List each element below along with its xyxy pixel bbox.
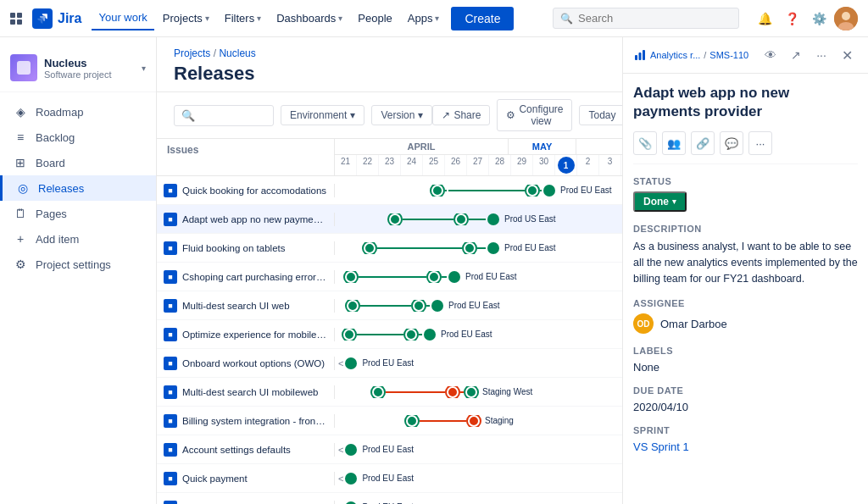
issue-name[interactable]: Cshoping cart purchasing error - quick f… xyxy=(182,272,327,282)
sidebar-item-roadmap[interactable]: ◈ Roadmap xyxy=(0,99,156,125)
add-item-icon: + xyxy=(14,232,27,246)
configure-view-button[interactable]: ⚙ Configure view xyxy=(497,99,572,131)
project-chevron-icon[interactable]: ▾ xyxy=(142,64,146,73)
svg-rect-7 xyxy=(643,50,645,60)
may-label: MAY xyxy=(509,139,576,154)
settings-icon: ⚙ xyxy=(14,258,27,271)
right-panel-content: Adapt web app no new payments provider 📎… xyxy=(623,74,868,504)
settings-icon[interactable]: ⚙️ xyxy=(807,7,831,30)
toolbar: 🔍 Environment ▾ Version ▾ ↗ Share xyxy=(157,92,622,139)
status-value: Done xyxy=(643,196,669,208)
rp-sms-link[interactable]: SMS-110 xyxy=(709,50,748,60)
more-actions-button[interactable]: ··· xyxy=(748,131,772,155)
sidebar-item-releases[interactable]: ◎ Releases xyxy=(0,175,156,201)
top-navigation: Jira Your work Projects▾ Filters▾ Dashbo… xyxy=(0,0,868,37)
sidebar-label-add-item: Add item xyxy=(36,233,79,246)
watch-button[interactable]: 👁 xyxy=(760,44,782,66)
search-input[interactable] xyxy=(578,12,732,25)
issues-col-header: Issues xyxy=(157,139,335,175)
issue-name[interactable]: Adapt web app no new payments provide xyxy=(182,214,327,224)
backlog-icon: ≡ xyxy=(14,130,27,144)
search-icon: 🔍 xyxy=(560,13,573,25)
issue-name[interactable]: Multi-dest search UI web xyxy=(182,301,290,311)
create-button[interactable]: Create xyxy=(451,7,514,30)
comment-button[interactable]: 💬 xyxy=(720,131,743,155)
help-icon[interactable]: ❓ xyxy=(780,7,804,30)
nav-apps[interactable]: Apps▾ xyxy=(401,7,447,30)
environment-filter[interactable]: Environment ▾ xyxy=(281,105,364,125)
sidebar-item-pages[interactable]: 🗒 Pages xyxy=(0,201,156,226)
jira-logo[interactable]: Jira xyxy=(32,8,81,29)
grid-icon[interactable] xyxy=(10,13,22,25)
day-25: 25 xyxy=(423,155,445,175)
toolbar-search-icon: 🔍 xyxy=(181,109,195,122)
releases-icon: ◎ xyxy=(16,181,30,195)
sidebar-item-board[interactable]: ⊞ Board xyxy=(0,150,156,175)
child-issue-button[interactable]: 👥 xyxy=(662,131,686,155)
day-30: 30 xyxy=(533,155,555,175)
timeline-header: Issues APRIL MAY 21 22 23 24 25 26 27 xyxy=(157,139,622,176)
link-button[interactable]: 🔗 xyxy=(691,131,715,155)
april-label: APRIL xyxy=(335,139,509,154)
table-row: ■ Fluid booking on tablets Prod EU East xyxy=(157,234,622,263)
due-date-field: DUE DATE 2020/04/10 xyxy=(633,385,858,413)
gantt-bar-area: < Prod EU East xyxy=(335,444,622,456)
table-row: ■ Optimize experience for mobile web Pro… xyxy=(157,320,622,349)
day-24: 24 xyxy=(401,155,423,175)
toolbar-search-input[interactable] xyxy=(198,109,266,121)
issue-name[interactable]: Quick booking for accomodations xyxy=(182,186,326,196)
issue-name[interactable]: Onboard workout options (OWO) xyxy=(182,358,325,368)
sidebar-item-backlog[interactable]: ≡ Backlog xyxy=(0,125,156,150)
breadcrumb-projects[interactable]: Projects xyxy=(174,47,210,59)
timeline-rows: ■ Quick booking for accomodations Prod E… xyxy=(157,176,622,504)
breadcrumb-nucleus[interactable]: Nucleus xyxy=(219,47,255,59)
nav-people[interactable]: People xyxy=(351,7,398,30)
issue-name[interactable]: Fluid booking on tablets xyxy=(182,243,285,253)
issue-cell: ■ Cshoping cart purchasing error - quick… xyxy=(157,270,335,284)
project-header[interactable]: Nucleus Software project ▾ xyxy=(0,47,156,92)
ver-chevron-icon: ▾ xyxy=(418,109,423,121)
share-button[interactable]: ↗ Share xyxy=(432,105,490,125)
gantt-bar-area: Prod EU East xyxy=(335,271,622,283)
today-button[interactable]: Today xyxy=(579,105,622,125)
day-21: 21 xyxy=(335,155,357,175)
notifications-icon[interactable]: 🔔 xyxy=(753,7,776,30)
version-filter[interactable]: Version ▾ xyxy=(371,105,432,125)
day-27: 27 xyxy=(467,155,489,175)
rp-breadcrumb: Analytics r... / SMS-110 xyxy=(633,48,754,62)
attach-button[interactable]: 📎 xyxy=(633,131,657,155)
day-1: 1 xyxy=(555,155,577,175)
rp-analytics-link[interactable]: Analytics r... xyxy=(650,50,700,60)
issue-name[interactable]: Optimize experience for mobile web xyxy=(182,330,327,340)
close-button[interactable]: ✕ xyxy=(836,44,858,66)
sprint-link[interactable]: VS Sprint 1 xyxy=(633,440,689,453)
issue-icon: ■ xyxy=(164,414,177,428)
search-box: 🔍 xyxy=(553,8,739,29)
description-text: As a business analyst, I want to be able… xyxy=(633,239,858,286)
right-panel: Analytics r... / SMS-110 👁 ↗ ··· ✕ Adapt… xyxy=(622,37,868,504)
filters-chevron-icon: ▾ xyxy=(257,14,261,23)
nav-your-work[interactable]: Your work xyxy=(92,6,153,30)
sidebar-item-project-settings[interactable]: ⚙ Project settings xyxy=(0,252,156,277)
issue-name[interactable]: Quick payment xyxy=(182,474,248,484)
issue-name[interactable]: Account settings defaults xyxy=(182,445,291,455)
nav-dashboards[interactable]: Dashboards▾ xyxy=(270,7,349,30)
status-badge[interactable]: Done ▾ xyxy=(633,191,687,212)
more-button[interactable]: ··· xyxy=(810,44,832,66)
toolbar-search: 🔍 xyxy=(174,105,274,126)
issue-name[interactable]: Multi-dest search UI mobileweb xyxy=(182,387,318,397)
page-title: Releases xyxy=(174,63,605,85)
month-row: APRIL MAY xyxy=(335,139,622,155)
nav-projects[interactable]: Projects▾ xyxy=(156,7,216,30)
table-row: ■ Account settings defaults < Prod EU Ea… xyxy=(157,435,622,464)
nav-action-icons: 🔔 ❓ ⚙️ xyxy=(753,7,858,30)
sidebar-label-pages: Pages xyxy=(36,208,67,220)
day-23: 23 xyxy=(379,155,401,175)
share-button[interactable]: ↗ xyxy=(785,44,807,66)
user-avatar[interactable] xyxy=(834,7,858,30)
main-nav: Your work Projects▾ Filters▾ Dashboards▾… xyxy=(92,6,514,30)
sidebar-item-add-item[interactable]: + Add item xyxy=(0,226,156,252)
gantt-bar-area: < Prod EU East xyxy=(335,473,622,485)
issue-name[interactable]: Billing system integration - frontend xyxy=(182,416,327,426)
nav-filters[interactable]: Filters▾ xyxy=(218,7,268,30)
